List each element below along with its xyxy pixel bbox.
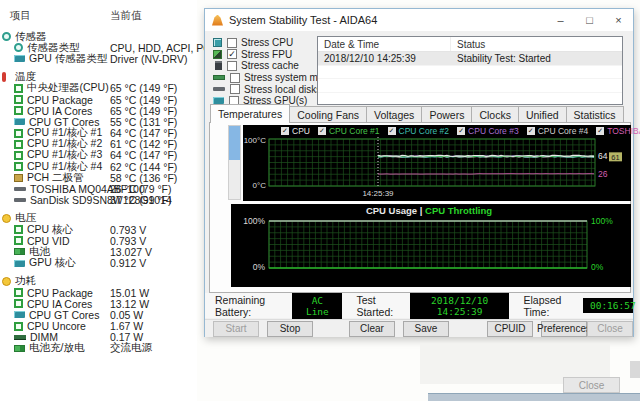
sensor-rows: 传感器传感器类型CPU, HDD, ACPI, PCH, SNBGPU 传感器类… <box>0 24 197 354</box>
svg-text:100%: 100% <box>243 216 265 226</box>
sensor-item-label: CPU IA Cores <box>27 298 92 310</box>
legend-checkbox-icon[interactable]: ✓ <box>457 127 465 135</box>
gpu-icon <box>14 118 25 125</box>
sensor-item-value: 0.793 V <box>110 235 146 247</box>
legend-checkbox-icon[interactable]: ✓ <box>596 127 604 135</box>
legend-item[interactable]: ✓TOSHIBA MQ04ABF100 <box>596 126 640 136</box>
legend-item[interactable]: ✓CPU Core #2 <box>388 126 450 136</box>
background-close-button[interactable]: Close <box>563 377 620 393</box>
tab-voltages[interactable]: Voltages <box>366 106 422 123</box>
sensor-item-value: 0.912 V <box>110 257 146 269</box>
sensor-item-label: CPU IA Cores <box>27 105 92 117</box>
cpuid-button[interactable]: CPUID <box>487 321 533 337</box>
stress-option-label: Stress cache <box>241 60 299 71</box>
event-log-table[interactable]: Date & Time Status 2018/12/10 14:25:39St… <box>317 36 623 105</box>
sensor-item-row[interactable]: CPU IA Cores65 °C (149 °F) <box>0 105 197 116</box>
chip-icon <box>14 299 23 308</box>
status-lcd-value: 2018/12/10 14:25:39 <box>410 293 510 319</box>
svg-text:64: 64 <box>598 151 608 161</box>
titlebar[interactable]: System Stability Test - AIDA64 – □ × <box>205 9 633 31</box>
sensor-item-row[interactable]: GPU 传感器类型Driver (NV-DRV) <box>0 53 197 64</box>
desktop: 项目 当前值 传感器传感器类型CPU, HDD, ACPI, PCH, SNBG… <box>0 0 640 401</box>
chart-scale-slider[interactable] <box>228 125 241 200</box>
sensor-item-row[interactable]: CPU Uncore1.67 W <box>0 321 197 332</box>
legend-label: CPU Core #3 <box>468 126 519 136</box>
dialog-buttons: StartStopClearSaveCPUIDPreferencesClose <box>205 319 633 337</box>
legend-checkbox-icon[interactable]: ✓ <box>281 127 289 135</box>
legend-item[interactable]: ✓CPU <box>281 126 310 136</box>
log-header-datetime: Date & Time <box>318 37 451 51</box>
sensor-item-value: 13.027 V <box>110 246 152 258</box>
legend-item[interactable]: ✓CPU Core #1 <box>318 126 380 136</box>
stress-system-memory-checkbox[interactable] <box>230 73 240 83</box>
stress-local-disks-checkbox[interactable] <box>230 84 240 94</box>
sensor-item-row[interactable]: CPU GT Cores0.05 W <box>0 309 197 320</box>
tab-temperatures[interactable]: Temperatures <box>210 104 290 123</box>
sensor-item-row[interactable]: GPU 核心0.912 V <box>0 258 197 269</box>
sensor-item-row[interactable]: SanDisk SD9SN8W128G101437 °C (99 °F) <box>0 195 197 206</box>
legend-item[interactable]: ✓CPU Core #3 <box>457 126 519 136</box>
tab-powers[interactable]: Powers <box>421 106 472 123</box>
stress-fpu-checkbox[interactable] <box>227 49 237 59</box>
fpu-icon <box>213 50 222 59</box>
sensor-item-value: 交流电源 <box>110 341 152 355</box>
chip-icon <box>14 288 23 297</box>
chip-icon <box>14 151 23 160</box>
status-lcd-value: 00:16:57 <box>583 298 633 313</box>
sensor-item-row[interactable]: PCH 二极管58 °C (136 °F) <box>0 172 197 183</box>
tab-clocks[interactable]: Clocks <box>471 106 519 123</box>
stress-option-label: Stress FPU <box>241 49 292 60</box>
stress-cpu-checkbox[interactable] <box>227 38 237 48</box>
tab-unified[interactable]: Unified <box>518 106 567 123</box>
temperature-chart-legend: ✓CPU✓CPU Core #1✓CPU Core #2✓CPU Core #3… <box>281 126 640 136</box>
sensor-item-label: CPU Package <box>27 287 93 299</box>
sensor-item-value: 0.05 W <box>110 309 143 321</box>
legend-checkbox-icon[interactable]: ✓ <box>388 127 396 135</box>
legend-checkbox-icon[interactable]: ✓ <box>318 127 326 135</box>
close-button[interactable]: × <box>604 9 633 31</box>
svg-text:0%: 0% <box>591 262 604 272</box>
svg-text:100°C: 100°C <box>244 136 267 145</box>
temperatures-tab-panel: ✓CPU✓CPU Core #1✓CPU Core #2✓CPU Core #3… <box>209 122 631 293</box>
chip-icon <box>14 322 23 331</box>
sensor-icon <box>14 43 23 52</box>
stress-cache-checkbox[interactable] <box>227 61 237 71</box>
tab-statistics[interactable]: Statistics <box>566 106 624 123</box>
clear-button[interactable]: Clear <box>349 321 395 337</box>
maximize-button[interactable]: □ <box>575 9 604 31</box>
svg-text:14:25:39: 14:25:39 <box>362 189 394 198</box>
legend-item[interactable]: ✓CPU Core #4 <box>527 126 589 136</box>
slider-thumb[interactable] <box>229 126 240 160</box>
log-row[interactable]: 2018/12/10 14:25:39Stability Test: Start… <box>318 52 622 66</box>
gpu-icon <box>14 55 25 62</box>
save-button[interactable]: Save <box>403 321 449 337</box>
sensor-item-value: 26 °C (79 °F) <box>110 183 172 195</box>
minimize-button[interactable]: – <box>546 9 575 31</box>
log-rows: 2018/12/10 14:25:39Stability Test: Start… <box>318 52 622 105</box>
svg-text:CPU Usage | CPU Throttling: CPU Usage | CPU Throttling <box>366 205 492 216</box>
sensor-item-value: Driver (NV-DRV) <box>110 53 187 65</box>
tab-cooling-fans[interactable]: Cooling Fans <box>289 106 367 123</box>
sensor-item-value: 0.793 V <box>110 224 146 236</box>
aida64-app-icon <box>212 15 223 26</box>
preferences-button[interactable]: Preferences <box>541 321 587 337</box>
legend-label: CPU Core #4 <box>538 126 589 136</box>
cpu-usage-chart-plot: CPU Usage | CPU Throttling100%0%100%0% <box>231 204 631 287</box>
sensor-item-row[interactable]: CPU 核心0.793 V <box>0 224 197 235</box>
sensor-item-value: 65 °C (149 °F) <box>110 105 177 117</box>
sensor-item-row[interactable]: CPU Package65 °C (149 °F) <box>0 94 197 105</box>
log-table-header: Date & Time Status <box>318 37 622 52</box>
svg-text:0°C: 0°C <box>253 181 267 190</box>
legend-checkbox-icon[interactable]: ✓ <box>527 127 535 135</box>
temperature-chart-plot: 100°C0°C14:25:39646126 <box>243 125 631 201</box>
start-button: Start <box>213 321 259 337</box>
sensor-item-row[interactable]: CPU IA Cores13.12 W <box>0 298 197 309</box>
log-header-status: Status <box>451 37 622 51</box>
sensor-item-label: CPU Uncore <box>27 320 86 332</box>
sensor-item-row[interactable]: 电池充/放电交流电源 <box>0 343 197 354</box>
sensor-item-row[interactable]: TOSHIBA MQ04ABF10026 °C (79 °F) <box>0 183 197 194</box>
stop-button[interactable]: Stop <box>267 321 313 337</box>
svg-text:26: 26 <box>598 169 608 179</box>
sensor-item-row[interactable]: CPU Package15.01 W <box>0 287 197 298</box>
sensor-item-row[interactable]: 中央处理器(CPU)65 °C (149 °F) <box>0 83 197 94</box>
